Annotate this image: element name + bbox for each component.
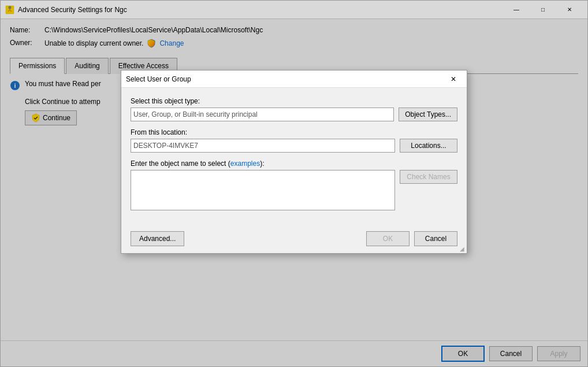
dialog-ok-cancel: OK Cancel <box>366 231 457 246</box>
location-group: From this location: Locations... <box>131 128 457 153</box>
location-input[interactable] <box>131 139 395 153</box>
modal-overlay: Select User or Group ✕ Select this objec… <box>1 1 587 366</box>
object-type-label: Select this object type: <box>131 97 457 105</box>
dialog-content: Select this object type: Object Types...… <box>121 88 467 227</box>
object-types-button[interactable]: Object Types... <box>399 107 457 121</box>
locations-button[interactable]: Locations... <box>400 139 457 153</box>
object-type-input[interactable] <box>131 107 394 121</box>
dialog-title-bar: Select User or Group ✕ <box>121 71 467 88</box>
object-name-input[interactable] <box>131 170 395 210</box>
check-names-button[interactable]: Check Names <box>400 170 457 184</box>
dialog-close-button[interactable]: ✕ <box>445 71 462 87</box>
object-name-label: Enter the object name to select (example… <box>131 160 457 168</box>
dialog-cancel-button[interactable]: Cancel <box>414 231 457 246</box>
dialog-ok-button[interactable]: OK <box>366 231 410 246</box>
resize-handle[interactable]: ◢ <box>460 246 464 252</box>
select-user-dialog: Select User or Group ✕ Select this objec… <box>121 70 467 254</box>
object-type-group: Select this object type: Object Types... <box>131 97 457 121</box>
examples-link[interactable]: examples <box>230 160 260 168</box>
location-row: Locations... <box>131 139 457 153</box>
object-name-group: Enter the object name to select (example… <box>131 160 457 210</box>
advanced-button[interactable]: Advanced... <box>131 231 184 246</box>
dialog-title: Select User or Group <box>126 75 445 83</box>
object-type-row: Object Types... <box>131 107 457 121</box>
dialog-bottom-buttons: Advanced... OK Cancel <box>121 227 467 253</box>
location-label: From this location: <box>131 128 457 136</box>
object-name-row: Check Names <box>131 170 457 210</box>
main-window: Advanced Security Settings for Ngc — □ ✕… <box>0 0 588 367</box>
